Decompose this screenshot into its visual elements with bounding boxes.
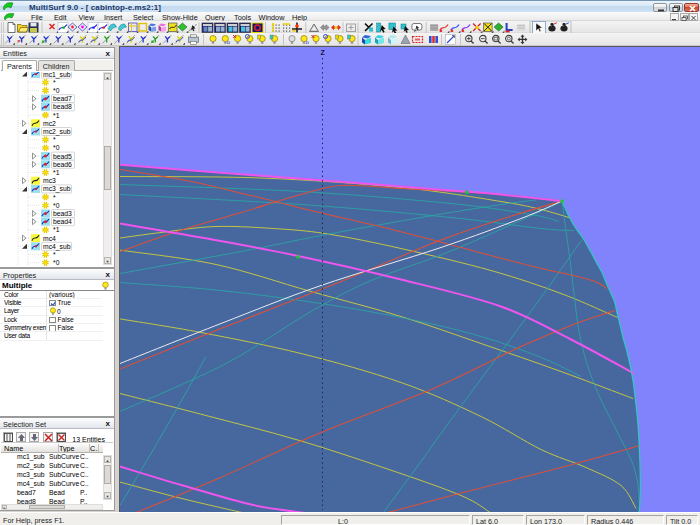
svg-text:*: * (53, 78, 56, 85)
svg-text:bead4: bead4 (53, 218, 72, 225)
svg-text:*1: *1 (53, 226, 60, 233)
svg-text:*1: *1 (53, 111, 60, 118)
svg-text:*1: *1 (53, 169, 60, 176)
svg-text:bead3: bead3 (53, 210, 72, 217)
svg-text:*: * (53, 251, 56, 258)
svg-text:mc4_sub: mc4_sub (43, 242, 71, 250)
svg-text:o: o (306, 39, 310, 45)
svg-text:mc4: mc4 (43, 234, 56, 241)
svg-text:mc2_sub: mc2_sub (43, 128, 71, 136)
svg-text:*0: *0 (53, 144, 60, 151)
svg-text:bead8: bead8 (53, 103, 72, 110)
svg-text:mc2: mc2 (43, 119, 56, 126)
svg-text:bead5: bead5 (53, 152, 72, 159)
svg-text:*: * (53, 136, 56, 143)
svg-text:bead7: bead7 (53, 95, 72, 102)
svg-text:mc3: mc3 (43, 177, 56, 184)
svg-text:bead6: bead6 (53, 160, 72, 167)
svg-text:mc3_sub: mc3_sub (43, 185, 71, 193)
svg-text:o: o (227, 39, 231, 45)
svg-text:*0: *0 (53, 87, 60, 94)
svg-text:*0: *0 (53, 201, 60, 208)
svg-text:*0: *0 (53, 259, 60, 266)
svg-text:Z: Z (321, 49, 326, 56)
svg-text:*: * (53, 193, 56, 200)
